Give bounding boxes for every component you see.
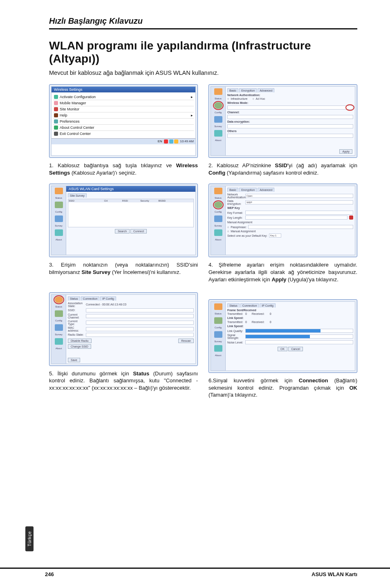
- side-status-icon[interactable]: [214, 188, 222, 194]
- side-survey-icon[interactable]: [214, 331, 222, 338]
- menu-title: Wireless Settings: [52, 87, 195, 92]
- menu-item-site-monitor[interactable]: Site Monitor: [53, 106, 194, 112]
- tab-basic[interactable]: Basic: [227, 88, 238, 92]
- search-button[interactable]: Search: [115, 229, 130, 233]
- side-about-icon[interactable]: [214, 229, 222, 236]
- side-status-icon[interactable]: [214, 88, 222, 95]
- tab-ipconfig[interactable]: IP Config: [260, 303, 276, 307]
- cancel-button[interactable]: Cancel: [288, 347, 303, 351]
- app-title: ASUS WLAN Card Settings: [66, 186, 195, 192]
- other-select[interactable]: [227, 134, 353, 138]
- step3-text: 3. Erişim noktanızın (veya noktalarınızı…: [49, 261, 198, 276]
- lock-icon: [349, 215, 353, 220]
- step1-text: 1. Kablosuz bağlantıya sağ tuşla tıklayı…: [49, 162, 198, 176]
- save-button[interactable]: Save: [68, 358, 80, 362]
- side-status-icon[interactable]: [214, 303, 222, 310]
- signal-strength-bar: [245, 334, 353, 339]
- link-quality-bar: [245, 329, 353, 333]
- connect-button[interactable]: Connect: [130, 229, 147, 233]
- tab-basic[interactable]: Basic: [227, 188, 238, 192]
- side-config-icon[interactable]: [214, 202, 222, 208]
- rate-select[interactable]: [227, 124, 353, 128]
- disable-radio-button[interactable]: Disable Radio: [68, 339, 92, 343]
- rescan-button[interactable]: Rescan: [178, 339, 194, 343]
- screenshot-site-survey: Status Config Survey About ASUS WLAN Car…: [49, 184, 198, 257]
- side-about-icon[interactable]: [214, 130, 222, 137]
- tab-ipconfig[interactable]: IP Config: [100, 296, 116, 301]
- tab-connection[interactable]: Connection: [240, 303, 259, 307]
- step6-text: 6.Sinyal kuvvetini görmek için Connectio…: [208, 377, 357, 399]
- step5-text: 5. İlişki durumunu görmek için Status (D…: [49, 370, 198, 392]
- tray-icon[interactable]: [164, 139, 168, 144]
- ssid-input[interactable]: [227, 105, 353, 110]
- side-config-icon[interactable]: [55, 202, 63, 208]
- intro-text: Mevcut bir kablosuz ağa bağlanmak için A…: [49, 70, 357, 76]
- dataenc-select[interactable]: WEP: [245, 200, 353, 204]
- ok-button[interactable]: OK: [278, 347, 287, 351]
- menu-item-preferences[interactable]: Preferences: [53, 119, 194, 125]
- channel-select[interactable]: [227, 115, 353, 119]
- tab-site-survey[interactable]: Site Survey: [68, 193, 87, 197]
- menu-item-help[interactable]: Help▸: [53, 112, 194, 119]
- menu-item-mobile-manager[interactable]: Mobile Manager: [53, 100, 194, 106]
- tab-advanced[interactable]: Advanced: [258, 88, 274, 92]
- page-footer: 246 ASUS WLAN Kartı: [0, 568, 390, 577]
- side-survey-icon[interactable]: [214, 116, 222, 123]
- section-network-type: Network Authentication:: [227, 94, 353, 97]
- side-config-icon[interactable]: [214, 102, 222, 109]
- side-survey-icon[interactable]: [55, 324, 63, 331]
- side-about-icon[interactable]: [214, 345, 222, 352]
- tray-lang: EN: [158, 139, 162, 143]
- apply-button[interactable]: Apply: [339, 149, 352, 154]
- screenshot-status: Status Config Survey About Status Connec…: [49, 292, 198, 366]
- tray-icon[interactable]: [174, 139, 178, 144]
- side-config-icon[interactable]: [55, 310, 63, 317]
- noise-bar: [245, 340, 353, 344]
- tab-status[interactable]: Status: [68, 296, 80, 301]
- tab-encryption[interactable]: Encryption: [239, 188, 257, 192]
- screenshot-config: Status Config Survey About Basic Encrypt…: [208, 84, 357, 158]
- netauth-select[interactable]: Open: [245, 194, 353, 198]
- change-ssid-button[interactable]: Change SSID: [68, 344, 91, 349]
- side-status-icon[interactable]: [55, 296, 63, 303]
- tab-encryption[interactable]: Encryption: [239, 88, 257, 92]
- menu-item-activate[interactable]: Activate Configuration▸: [53, 94, 194, 100]
- side-survey-icon[interactable]: [55, 215, 63, 222]
- main-title: WLAN programı ile yapılandırma (Infrastr…: [49, 39, 357, 65]
- step2-text: 2. Kablosuz AP'nizinkine SSID'yi (ağ adı…: [208, 162, 357, 176]
- page-header-title: Hızlı Başlangıç Kılavuzu: [49, 16, 357, 26]
- side-config-icon[interactable]: [214, 317, 222, 324]
- side-status-icon[interactable]: [55, 188, 63, 194]
- screenshot-context-menu: Wireless Settings Activate Configuration…: [49, 84, 198, 158]
- menu-list: Activate Configuration▸ Mobile Manager S…: [52, 92, 195, 138]
- tab-advanced[interactable]: Advanced: [258, 188, 274, 192]
- tray-icon[interactable]: [169, 139, 173, 144]
- keyformat-select[interactable]: [245, 211, 353, 215]
- language-tab: Türkçe: [25, 526, 34, 551]
- footer-title: ASUS WLAN Kartı: [312, 571, 357, 577]
- system-tray: EN 10:49 AM: [52, 138, 195, 144]
- side-about-icon[interactable]: [55, 229, 63, 236]
- tab-status[interactable]: Status: [227, 303, 240, 307]
- screenshot-encryption: Status Config Survey About Basic Encrypt…: [208, 184, 357, 257]
- header-rule: [49, 28, 357, 29]
- screenshot-connection: Status Config Survey About Status Connec…: [208, 299, 357, 373]
- page-number: 246: [45, 571, 54, 577]
- side-about-icon[interactable]: [55, 338, 63, 345]
- step4-text: 4. Şifreleme ayarları erişim noktasındak…: [208, 261, 357, 283]
- tab-connection[interactable]: Connection: [81, 296, 99, 301]
- menu-item-about[interactable]: About Control Center: [53, 125, 194, 131]
- side-survey-icon[interactable]: [214, 215, 222, 222]
- keylen-select[interactable]: [245, 215, 347, 220]
- tray-clock: 10:49 AM: [180, 139, 194, 143]
- menu-item-exit[interactable]: Exit Control Center: [53, 131, 194, 137]
